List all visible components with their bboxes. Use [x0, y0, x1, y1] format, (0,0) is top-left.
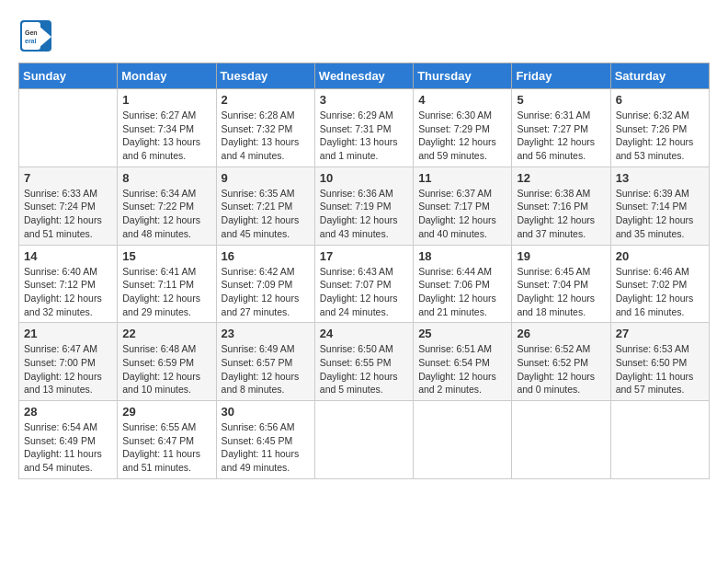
cell-info: Sunrise: 6:37 AM Sunset: 7:17 PM Dayligh…: [418, 187, 506, 241]
day-number: 26: [517, 327, 605, 340]
cell-info: Sunrise: 6:50 AM Sunset: 6:55 PM Dayligh…: [320, 342, 408, 396]
cell-info: Sunrise: 6:52 AM Sunset: 6:52 PM Dayligh…: [517, 342, 605, 396]
day-number: 4: [418, 93, 506, 107]
calendar-cell: 20Sunrise: 6:46 AM Sunset: 7:02 PM Dayli…: [610, 245, 709, 323]
cell-info: Sunrise: 6:43 AM Sunset: 7:07 PM Dayligh…: [320, 265, 408, 319]
column-header-thursday: Thursday: [414, 63, 512, 89]
calendar-cell: 4Sunrise: 6:30 AM Sunset: 7:29 PM Daylig…: [414, 89, 512, 167]
cell-info: Sunrise: 6:32 AM Sunset: 7:26 PM Dayligh…: [616, 109, 704, 163]
day-number: 13: [616, 171, 704, 185]
week-row-0: 1Sunrise: 6:27 AM Sunset: 7:34 PM Daylig…: [19, 89, 710, 167]
cell-info: Sunrise: 6:33 AM Sunset: 7:24 PM Dayligh…: [24, 187, 112, 241]
day-number: 2: [222, 93, 310, 107]
calendar-cell: 1Sunrise: 6:27 AM Sunset: 7:34 PM Daylig…: [118, 89, 216, 167]
day-number: 11: [418, 171, 506, 185]
calendar-cell: 3Sunrise: 6:29 AM Sunset: 7:31 PM Daylig…: [314, 89, 413, 167]
day-number: 24: [320, 327, 408, 340]
cell-info: Sunrise: 6:39 AM Sunset: 7:14 PM Dayligh…: [616, 187, 704, 241]
cell-info: Sunrise: 6:48 AM Sunset: 6:59 PM Dayligh…: [122, 342, 210, 396]
page-header: Gen eral: [18, 18, 710, 53]
calendar-header: SundayMondayTuesdayWednesdayThursdayFrid…: [19, 63, 710, 89]
header-row: SundayMondayTuesdayWednesdayThursdayFrid…: [19, 63, 710, 89]
cell-info: Sunrise: 6:30 AM Sunset: 7:29 PM Dayligh…: [418, 109, 506, 163]
day-number: 28: [24, 405, 112, 419]
calendar-table: SundayMondayTuesdayWednesdayThursdayFrid…: [18, 63, 710, 479]
day-number: 1: [122, 93, 210, 107]
calendar-cell: 13Sunrise: 6:39 AM Sunset: 7:14 PM Dayli…: [610, 167, 709, 245]
cell-info: Sunrise: 6:28 AM Sunset: 7:32 PM Dayligh…: [222, 109, 310, 163]
day-number: 10: [320, 171, 408, 185]
day-number: 3: [320, 93, 408, 107]
column-header-friday: Friday: [512, 63, 610, 89]
day-number: 19: [517, 249, 605, 263]
cell-info: Sunrise: 6:47 AM Sunset: 7:00 PM Dayligh…: [24, 342, 112, 396]
day-number: 5: [517, 93, 605, 107]
calendar-cell: 25Sunrise: 6:51 AM Sunset: 6:54 PM Dayli…: [414, 323, 512, 401]
calendar-cell: 26Sunrise: 6:52 AM Sunset: 6:52 PM Dayli…: [512, 323, 610, 401]
week-row-2: 14Sunrise: 6:40 AM Sunset: 7:12 PM Dayli…: [19, 245, 710, 323]
day-number: 29: [122, 405, 210, 419]
column-header-saturday: Saturday: [610, 63, 709, 89]
calendar-cell: 7Sunrise: 6:33 AM Sunset: 7:24 PM Daylig…: [19, 167, 118, 245]
calendar-cell: 17Sunrise: 6:43 AM Sunset: 7:07 PM Dayli…: [314, 245, 413, 323]
day-number: 9: [222, 171, 310, 185]
calendar-cell: 29Sunrise: 6:55 AM Sunset: 6:47 PM Dayli…: [118, 401, 216, 479]
cell-info: Sunrise: 6:45 AM Sunset: 7:04 PM Dayligh…: [517, 265, 605, 319]
calendar-cell: 10Sunrise: 6:36 AM Sunset: 7:19 PM Dayli…: [314, 167, 413, 245]
week-row-1: 7Sunrise: 6:33 AM Sunset: 7:24 PM Daylig…: [19, 167, 710, 245]
cell-info: Sunrise: 6:51 AM Sunset: 6:54 PM Dayligh…: [418, 342, 506, 396]
calendar-cell: 9Sunrise: 6:35 AM Sunset: 7:21 PM Daylig…: [216, 167, 314, 245]
calendar-cell: 11Sunrise: 6:37 AM Sunset: 7:17 PM Dayli…: [414, 167, 512, 245]
calendar-cell: 12Sunrise: 6:38 AM Sunset: 7:16 PM Dayli…: [512, 167, 610, 245]
day-number: 18: [418, 249, 506, 263]
cell-info: Sunrise: 6:46 AM Sunset: 7:02 PM Dayligh…: [616, 265, 704, 319]
cell-info: Sunrise: 6:42 AM Sunset: 7:09 PM Dayligh…: [222, 265, 310, 319]
day-number: 14: [24, 249, 112, 263]
calendar-cell: 2Sunrise: 6:28 AM Sunset: 7:32 PM Daylig…: [216, 89, 314, 167]
day-number: 30: [222, 405, 310, 419]
column-header-monday: Monday: [118, 63, 216, 89]
week-row-3: 21Sunrise: 6:47 AM Sunset: 7:00 PM Dayli…: [19, 323, 710, 401]
week-row-4: 28Sunrise: 6:54 AM Sunset: 6:49 PM Dayli…: [19, 401, 710, 479]
column-header-tuesday: Tuesday: [216, 63, 314, 89]
calendar-cell: 30Sunrise: 6:56 AM Sunset: 6:45 PM Dayli…: [216, 401, 314, 479]
cell-info: Sunrise: 6:36 AM Sunset: 7:19 PM Dayligh…: [320, 187, 408, 241]
day-number: 27: [616, 327, 704, 340]
calendar-cell: [512, 401, 610, 479]
calendar-body: 1Sunrise: 6:27 AM Sunset: 7:34 PM Daylig…: [19, 89, 710, 479]
cell-info: Sunrise: 6:55 AM Sunset: 6:47 PM Dayligh…: [122, 420, 210, 475]
calendar-cell: 24Sunrise: 6:50 AM Sunset: 6:55 PM Dayli…: [314, 323, 413, 401]
day-number: 17: [320, 249, 408, 263]
calendar-cell: 16Sunrise: 6:42 AM Sunset: 7:09 PM Dayli…: [216, 245, 314, 323]
day-number: 12: [517, 171, 605, 185]
cell-info: Sunrise: 6:31 AM Sunset: 7:27 PM Dayligh…: [517, 109, 605, 163]
svg-rect-2: [22, 22, 40, 50]
cell-info: Sunrise: 6:40 AM Sunset: 7:12 PM Dayligh…: [24, 265, 112, 319]
calendar-cell: 27Sunrise: 6:53 AM Sunset: 6:50 PM Dayli…: [610, 323, 709, 401]
calendar-cell: [414, 401, 512, 479]
calendar-cell: 23Sunrise: 6:49 AM Sunset: 6:57 PM Dayli…: [216, 323, 314, 401]
calendar-cell: 28Sunrise: 6:54 AM Sunset: 6:49 PM Dayli…: [19, 401, 118, 479]
cell-info: Sunrise: 6:56 AM Sunset: 6:45 PM Dayligh…: [222, 420, 310, 475]
cell-info: Sunrise: 6:53 AM Sunset: 6:50 PM Dayligh…: [616, 342, 704, 396]
day-number: 8: [122, 171, 210, 185]
calendar-cell: 15Sunrise: 6:41 AM Sunset: 7:11 PM Dayli…: [118, 245, 216, 323]
cell-info: Sunrise: 6:41 AM Sunset: 7:11 PM Dayligh…: [122, 265, 210, 319]
svg-text:eral: eral: [25, 38, 37, 44]
calendar-cell: 19Sunrise: 6:45 AM Sunset: 7:04 PM Dayli…: [512, 245, 610, 323]
day-number: 25: [418, 327, 506, 340]
calendar-cell: [610, 401, 709, 479]
day-number: 20: [616, 249, 704, 263]
cell-info: Sunrise: 6:34 AM Sunset: 7:22 PM Dayligh…: [122, 187, 210, 241]
day-number: 22: [122, 327, 210, 340]
cell-info: Sunrise: 6:54 AM Sunset: 6:49 PM Dayligh…: [24, 420, 112, 475]
calendar-cell: [19, 89, 118, 167]
cell-info: Sunrise: 6:27 AM Sunset: 7:34 PM Dayligh…: [122, 109, 210, 163]
column-header-sunday: Sunday: [19, 63, 118, 89]
calendar-cell: 5Sunrise: 6:31 AM Sunset: 7:27 PM Daylig…: [512, 89, 610, 167]
day-number: 6: [616, 93, 704, 107]
cell-info: Sunrise: 6:29 AM Sunset: 7:31 PM Dayligh…: [320, 109, 408, 163]
day-number: 16: [222, 249, 310, 263]
svg-text:Gen: Gen: [25, 29, 38, 36]
calendar-cell: 14Sunrise: 6:40 AM Sunset: 7:12 PM Dayli…: [19, 245, 118, 323]
